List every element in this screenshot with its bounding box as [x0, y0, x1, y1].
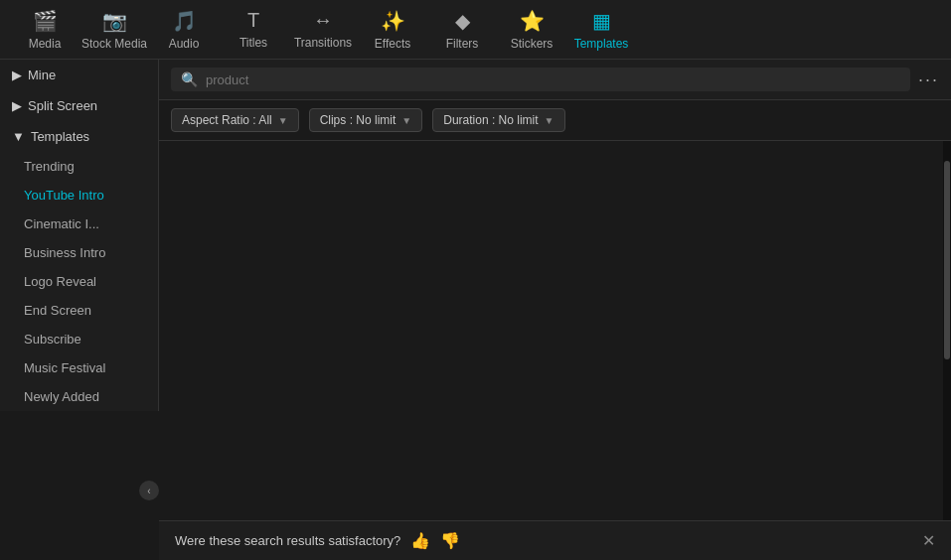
media-icon: 🎬	[33, 9, 58, 33]
nav-item-label: Templates	[574, 37, 629, 51]
filter-clips[interactable]: Clips : No limit▼	[309, 108, 423, 132]
nav-item-media[interactable]: 🎬 Media	[10, 0, 79, 59]
feedback-close-button[interactable]: ✕	[922, 531, 935, 550]
sidebar-section-templates[interactable]: ▼Templates	[0, 121, 158, 152]
top-navigation: 🎬 Media 📷 Stock Media 🎵 Audio T Titles ↔…	[0, 0, 951, 60]
search-icon: 🔍	[181, 71, 198, 87]
sidebar-wrapper: ▶Mine▶Split Screen▼TemplatesTrendingYouT…	[0, 60, 159, 560]
nav-item-label: Transitions	[294, 36, 352, 50]
sidebar-item-newly-added[interactable]: Newly Added	[0, 382, 158, 411]
sidebar-item-subscribe[interactable]: Subscribe	[0, 325, 158, 353]
filters-icon: ◆	[455, 9, 470, 33]
template-grid	[159, 141, 943, 520]
filter-duration[interactable]: Duration : No limit▼	[432, 108, 564, 132]
titles-icon: T	[247, 9, 259, 32]
sidebar-item-business-intro[interactable]: Business Intro	[0, 238, 158, 267]
sidebar-collapse-button[interactable]: ‹	[139, 481, 159, 500]
search-input-wrap: 🔍 product	[171, 68, 910, 91]
scrollbar-thumb[interactable]	[944, 161, 950, 359]
feedback-question: Were these search results satisfactory?	[175, 533, 400, 548]
nav-item-stock-media[interactable]: 📷 Stock Media	[79, 0, 149, 59]
nav-item-label: Filters	[446, 37, 479, 51]
search-input[interactable]: product	[206, 72, 900, 87]
chevron-down-icon: ▼	[401, 115, 411, 126]
nav-item-label: Effects	[375, 37, 410, 51]
nav-item-audio[interactable]: 🎵 Audio	[149, 0, 219, 59]
content-area: 🔍 product ··· Aspect Ratio : All▼Clips :…	[159, 60, 951, 560]
effects-icon: ✨	[381, 9, 405, 33]
stickers-icon: ⭐	[520, 9, 545, 33]
sidebar-item-music-festival[interactable]: Music Festival	[0, 353, 158, 382]
scrollbar-track[interactable]	[943, 141, 951, 520]
sidebar-item-cinematic[interactable]: Cinematic I...	[0, 210, 158, 238]
chevron-icon: ▼	[12, 129, 25, 144]
main-area: ▶Mine▶Split Screen▼TemplatesTrendingYouT…	[0, 60, 951, 560]
chevron-icon: ▶	[12, 98, 22, 113]
nav-item-label: Titles	[239, 36, 267, 50]
sidebar-item-logo-reveal[interactable]: Logo Reveal	[0, 267, 158, 296]
nav-item-effects[interactable]: ✨ Effects	[358, 0, 427, 59]
sidebar-item-end-screen[interactable]: End Screen	[0, 296, 158, 325]
audio-icon: 🎵	[172, 9, 197, 33]
nav-item-filters[interactable]: ◆ Filters	[427, 0, 497, 59]
nav-item-label: Audio	[169, 37, 200, 51]
stock-media-icon: 📷	[102, 9, 127, 33]
transitions-icon: ↔	[313, 9, 333, 32]
chevron-down-icon: ▼	[278, 115, 288, 126]
nav-item-label: Media	[29, 37, 62, 51]
filter-bar: Aspect Ratio : All▼Clips : No limit▼Dura…	[159, 100, 951, 141]
search-bar: 🔍 product ···	[159, 60, 951, 100]
sidebar-item-trending[interactable]: Trending	[0, 152, 158, 181]
more-button[interactable]: ···	[918, 70, 939, 90]
nav-item-templates[interactable]: ▦ Templates	[566, 0, 636, 59]
sidebar-section-mine[interactable]: ▶Mine	[0, 60, 158, 90]
thumbs-up-button[interactable]: 👍	[410, 531, 430, 550]
chevron-down-icon: ▼	[545, 115, 555, 126]
sidebar-section-split-screen[interactable]: ▶Split Screen	[0, 90, 158, 121]
filter-aspect-ratio[interactable]: Aspect Ratio : All▼	[171, 108, 299, 132]
sidebar: ▶Mine▶Split Screen▼TemplatesTrendingYouT…	[0, 60, 159, 411]
nav-item-label: Stock Media	[81, 37, 147, 51]
chevron-icon: ▶	[12, 68, 22, 82]
nav-item-stickers[interactable]: ⭐ Stickers	[497, 0, 566, 59]
nav-item-transitions[interactable]: ↔ Transitions	[288, 0, 358, 59]
nav-item-titles[interactable]: T Titles	[219, 0, 288, 59]
sidebar-item-youtube-intro[interactable]: YouTube Intro	[0, 181, 158, 210]
thumbs-down-button[interactable]: 👎	[440, 531, 460, 550]
templates-icon: ▦	[592, 9, 611, 33]
feedback-bar: Were these search results satisfactory? …	[159, 520, 951, 560]
nav-item-label: Stickers	[511, 37, 554, 51]
